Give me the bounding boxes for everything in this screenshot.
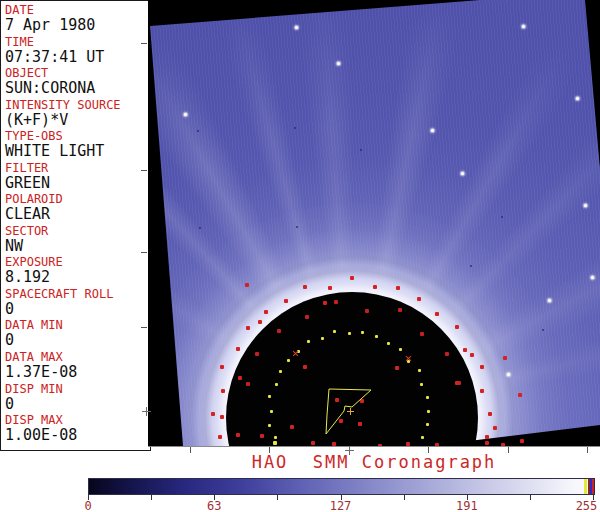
metadata-value: NW (5, 238, 150, 255)
metadata-value: WHITE LIGHT (5, 143, 150, 160)
metadata-value: 7 Apr 1980 (5, 17, 150, 34)
left-axis-tick (141, 252, 147, 253)
colorbar-tick (404, 495, 405, 500)
metadata-label: INTENSITY SOURCE (5, 99, 150, 112)
left-axis-tick (141, 43, 147, 44)
metadata-field: OBJECT SUN:CORONA (5, 67, 150, 99)
colorbar-tick-label: 191 (456, 499, 478, 512)
metadata-value: CLEAR (5, 206, 150, 223)
image-title: HAO SMM Coronagraph (148, 452, 600, 472)
colorbar-tick-label: 63 (207, 499, 221, 512)
metadata-label: TIME (5, 36, 150, 49)
metadata-value: 1.37E-08 (5, 364, 150, 381)
metadata-value: (K+F)*V (5, 112, 150, 129)
left-axis-tick (141, 170, 147, 171)
colorbar-tick (151, 495, 152, 500)
metadata-label: FILTER (5, 162, 150, 175)
metadata-field: DISP MAX 1.00E-08 (5, 414, 150, 446)
metadata-value: 07:37:41 UT (5, 49, 150, 66)
metadata-label: SPACECRAFT ROLL (5, 288, 150, 301)
metadata-value: 8.192 (5, 269, 150, 286)
metadata-label: DISP MIN (5, 383, 150, 396)
metadata-label: SECTOR (5, 225, 150, 238)
metadata-value: SUN:CORONA (5, 80, 150, 97)
coronagraph-image (148, 0, 600, 447)
metadata-field: TYPE-OBS WHITE LIGHT (5, 130, 150, 162)
left-axis-tick (141, 327, 147, 328)
colorbar-tick (530, 495, 531, 500)
metadata-field: FILTER GREEN (5, 162, 150, 194)
fiducial-marks-layer (148, 0, 600, 446)
metadata-label: DATA MIN (5, 319, 150, 332)
metadata-field: EXPOSURE 8.192 (5, 256, 150, 288)
colorbar-tick-label: 127 (330, 499, 352, 512)
metadata-panel: DATE 7 Apr 1980 TIME 07:37:41 UT OBJECT … (0, 0, 151, 451)
metadata-value: 0 (5, 301, 150, 318)
colorbar-tick-label: 255 (576, 499, 598, 512)
metadata-field: SPACECRAFT ROLL 0 (5, 288, 150, 320)
colorbar-tick-label: 0 (84, 499, 91, 512)
colorbar-overlay-stripe (584, 479, 587, 494)
metadata-field: POLAROID CLEAR (5, 193, 150, 225)
metadata-value: 0 (5, 396, 150, 413)
metadata-field: DATA MAX 1.37E-08 (5, 351, 150, 383)
metadata-field: DISP MIN 0 (5, 383, 150, 415)
metadata-value: GREEN (5, 175, 150, 192)
fiducial-polygon (148, 0, 600, 446)
metadata-field: DATE 7 Apr 1980 (5, 4, 150, 36)
metadata-value: 0 (5, 332, 150, 349)
metadata-field: DATA MIN 0 (5, 319, 150, 351)
intensity-colorbar (88, 478, 595, 495)
colorbar-tick (277, 495, 278, 500)
metadata-field: SECTOR NW (5, 225, 150, 257)
metadata-field: INTENSITY SOURCE (K+F)*V (5, 99, 150, 131)
metadata-field: TIME 07:37:41 UT (5, 36, 150, 68)
colorbar-overlay-stripe (592, 479, 594, 494)
metadata-value: 1.00E-08 (5, 427, 150, 444)
